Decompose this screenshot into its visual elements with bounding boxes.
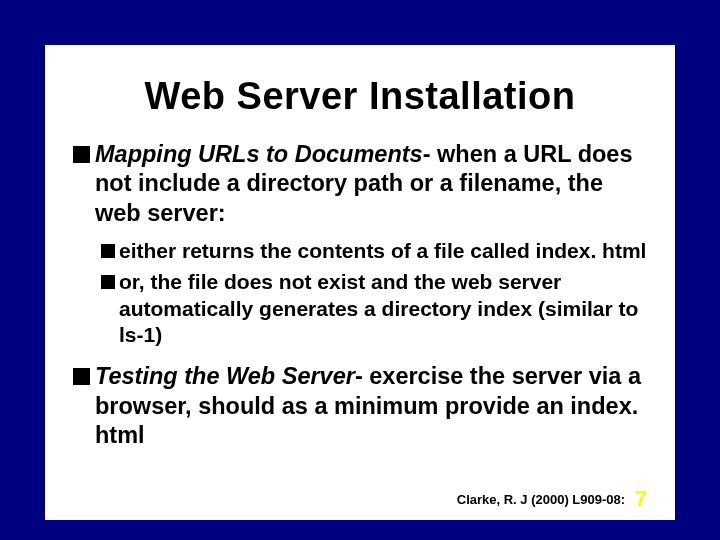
sub-bullet-or: or, the file does not exist and the web …: [101, 269, 647, 348]
bullet-text: Mapping URLs to Documents- when a URL do…: [95, 140, 647, 228]
square-bullet-icon: [73, 368, 90, 385]
bullet-testing: Testing the Web Server- exercise the ser…: [73, 362, 647, 450]
square-bullet-icon: [101, 275, 115, 289]
citation-text: Clarke, R. J (2000) L909-08:: [457, 492, 625, 507]
square-bullet-icon: [73, 146, 90, 163]
slide-title: Web Server Installation: [73, 75, 647, 118]
square-bullet-icon: [101, 244, 115, 258]
sub-bullet-group: either returns the contents of a file ca…: [73, 238, 647, 348]
page-number: 7: [635, 486, 647, 511]
bullet-text: Testing the Web Server- exercise the ser…: [95, 362, 647, 450]
bullet-emphasis: Testing the Web Server: [95, 363, 355, 389]
bullet-emphasis: Mapping URLs to Documents: [95, 141, 423, 167]
sub-bullet-text: or, the file does not exist and the web …: [119, 269, 647, 348]
slide: Web Server Installation Mapping URLs to …: [45, 45, 675, 520]
slide-footer: Clarke, R. J (2000) L909-08: 7: [457, 486, 647, 512]
sub-bullet-text: either returns the contents of a file ca…: [119, 238, 647, 264]
bullet-mapping: Mapping URLs to Documents- when a URL do…: [73, 140, 647, 228]
sub-bullet-either: either returns the contents of a file ca…: [101, 238, 647, 264]
